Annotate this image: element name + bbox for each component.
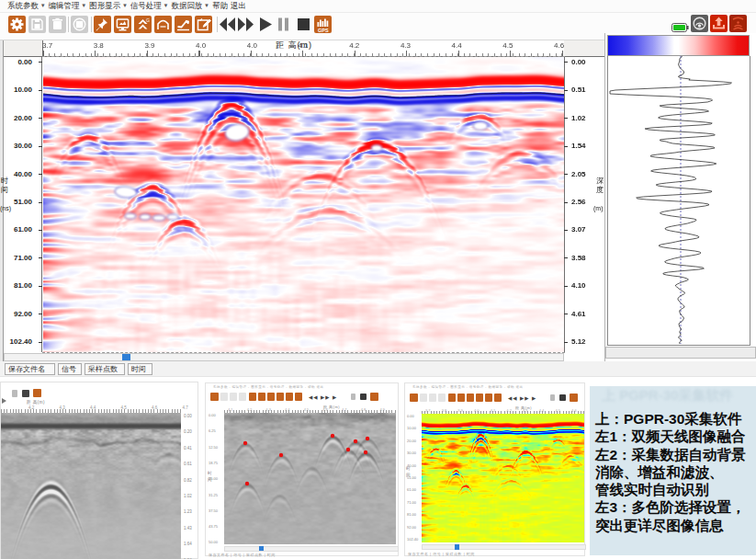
svg-text:G: G (146, 17, 150, 23)
svg-text:GPS: GPS (318, 28, 329, 33)
